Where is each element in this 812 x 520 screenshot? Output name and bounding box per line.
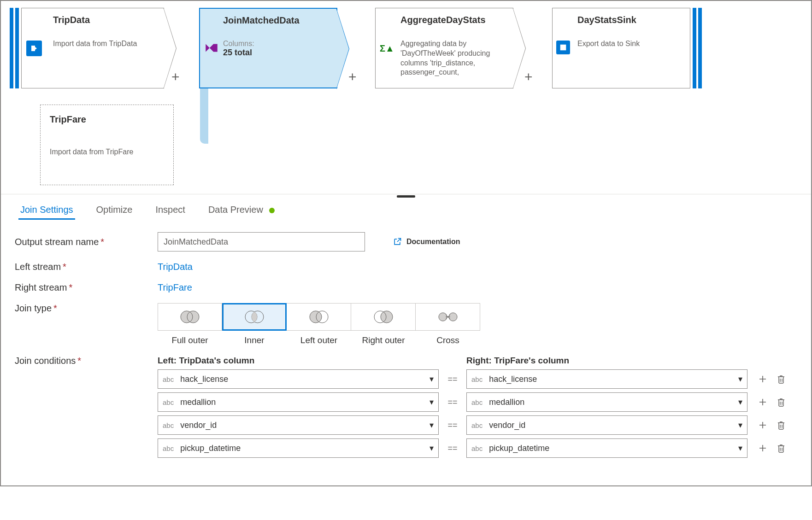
node-joinmatcheddata[interactable]: JoinMatchedData Columns: 25 total xyxy=(199,8,337,88)
sink-icon xyxy=(556,41,570,54)
condition-row: abcvendor_id▾==abcvendor_id▾ xyxy=(158,415,797,435)
add-step-button[interactable]: + xyxy=(348,69,357,85)
chevron-down-icon: ▾ xyxy=(430,420,434,430)
join-type-label-text: Left outer xyxy=(287,335,351,345)
aggregate-icon: Σ▲ xyxy=(379,41,395,56)
type-badge: abc xyxy=(471,398,482,406)
column-name: hack_license xyxy=(180,374,228,384)
delete-condition-button[interactable] xyxy=(775,419,787,431)
node-aggregatedaystats[interactable]: Σ▲ AggregateDayStats Aggregating data by… xyxy=(375,8,513,88)
node-desc: Export data to Sink xyxy=(577,39,681,49)
join-type-group xyxy=(158,303,480,331)
operator-label: == xyxy=(439,444,466,453)
add-step-button[interactable]: + xyxy=(524,69,533,85)
column-name: hack_license xyxy=(489,374,537,384)
right-column-header: Right: TripFare's column xyxy=(466,356,747,366)
tab-optimize[interactable]: Optimize xyxy=(95,203,134,220)
join-type-cross[interactable] xyxy=(416,303,480,331)
documentation-label: Documentation xyxy=(406,238,460,246)
condition-row: abcpickup_datetime▾==abcpickup_datetime▾ xyxy=(158,438,797,458)
column-name: medallion xyxy=(489,397,524,407)
chevron-down-icon: ▾ xyxy=(430,374,434,384)
panel-tabs: Join Settings Optimize Inspect Data Prev… xyxy=(15,194,797,220)
left-stream-link[interactable]: TripData xyxy=(158,262,193,272)
add-condition-button[interactable] xyxy=(757,419,769,431)
settings-panel: Join Settings Optimize Inspect Data Prev… xyxy=(1,194,811,485)
column-name: pickup_datetime xyxy=(489,444,549,453)
node-daystatssink[interactable]: DayStatsSink Export data to Sink xyxy=(552,8,690,88)
join-type-label: Join type* xyxy=(15,303,158,314)
node-title: TripFare xyxy=(50,114,164,125)
delete-condition-button[interactable] xyxy=(775,396,787,408)
status-dot-icon xyxy=(269,208,275,213)
chevron-down-icon: ▾ xyxy=(738,374,742,384)
node-title: DayStatsSink xyxy=(577,15,681,25)
panel-resize-grip[interactable] xyxy=(397,195,415,198)
join-type-label-text: Right outer xyxy=(351,335,416,345)
chevron-down-icon: ▾ xyxy=(430,443,434,453)
tab-inspect[interactable]: Inspect xyxy=(154,203,186,220)
left-column-select[interactable]: abcvendor_id▾ xyxy=(158,415,439,435)
chevron-down-icon: ▾ xyxy=(738,397,742,407)
left-column-select[interactable]: abchack_license▾ xyxy=(158,369,439,389)
type-badge: abc xyxy=(163,421,174,429)
left-stream-label: Left stream* xyxy=(15,262,158,272)
left-column-select[interactable]: abcpickup_datetime▾ xyxy=(158,438,439,458)
operator-label: == xyxy=(439,421,466,430)
node-title: JoinMatchedData xyxy=(223,15,327,26)
type-badge: abc xyxy=(471,444,482,452)
chevron-down-icon: ▾ xyxy=(738,420,742,430)
condition-row: abchack_license▾==abchack_license▾ xyxy=(158,369,797,389)
join-conditions-label: Join conditions* xyxy=(15,356,158,366)
join-type-inner[interactable] xyxy=(222,303,287,331)
add-condition-button[interactable] xyxy=(757,396,769,408)
add-condition-button[interactable] xyxy=(757,373,769,385)
columns-label: Columns: xyxy=(223,40,327,48)
right-column-select[interactable]: abcvendor_id▾ xyxy=(466,415,747,435)
operator-label: == xyxy=(439,397,466,407)
type-badge: abc xyxy=(471,421,482,429)
join-icon xyxy=(204,40,219,56)
node-desc: Aggregating data by 'DayOfTheWeek' produ… xyxy=(400,39,504,77)
dataflow-canvas[interactable]: TripData Import data from TripData + Joi… xyxy=(1,1,811,194)
column-name: medallion xyxy=(180,397,216,407)
column-name: vendor_id xyxy=(489,421,525,430)
join-type-label-text: Full outer xyxy=(158,335,222,345)
node-title: TripData xyxy=(53,15,154,25)
join-type-full-outer[interactable] xyxy=(158,303,222,331)
tab-join-settings[interactable]: Join Settings xyxy=(19,203,74,220)
node-tripfare[interactable]: TripFare Import data from TripFare xyxy=(40,105,174,185)
type-badge: abc xyxy=(163,398,174,406)
left-column-select[interactable]: abcmedallion▾ xyxy=(158,392,439,412)
tab-data-preview[interactable]: Data Preview xyxy=(207,203,276,220)
add-condition-button[interactable] xyxy=(757,442,769,454)
output-stream-input[interactable] xyxy=(158,232,365,251)
documentation-link[interactable]: Documentation xyxy=(393,237,460,246)
join-type-left-outer[interactable] xyxy=(287,303,351,331)
external-link-icon xyxy=(393,237,402,246)
operator-label: == xyxy=(439,374,466,384)
left-column-header: Left: TripData's column xyxy=(158,356,439,366)
column-name: vendor_id xyxy=(180,421,217,430)
type-badge: abc xyxy=(163,444,174,452)
right-stream-link[interactable]: TripFare xyxy=(158,282,192,293)
chevron-down-icon: ▾ xyxy=(738,443,742,453)
node-title: AggregateDayStats xyxy=(400,15,504,25)
connector-line xyxy=(200,88,208,144)
delete-condition-button[interactable] xyxy=(775,442,787,454)
type-badge: abc xyxy=(163,375,174,383)
column-name: pickup_datetime xyxy=(180,444,241,453)
delete-condition-button[interactable] xyxy=(775,373,787,385)
right-column-select[interactable]: abcpickup_datetime▾ xyxy=(466,438,747,458)
chevron-down-icon: ▾ xyxy=(430,397,434,407)
right-stream-label: Right stream* xyxy=(15,282,158,293)
tab-label: Data Preview xyxy=(208,204,263,215)
right-column-select[interactable]: abcmedallion▾ xyxy=(466,392,747,412)
output-stream-label: Output stream name* xyxy=(15,237,158,247)
right-column-select[interactable]: abchack_license▾ xyxy=(466,369,747,389)
node-desc: Import data from TripData xyxy=(53,39,154,49)
add-step-button[interactable]: + xyxy=(171,69,180,85)
join-type-right-outer[interactable] xyxy=(351,303,416,331)
join-type-label-text: Inner xyxy=(222,335,287,345)
node-tripdata[interactable]: TripData Import data from TripData xyxy=(21,8,164,88)
